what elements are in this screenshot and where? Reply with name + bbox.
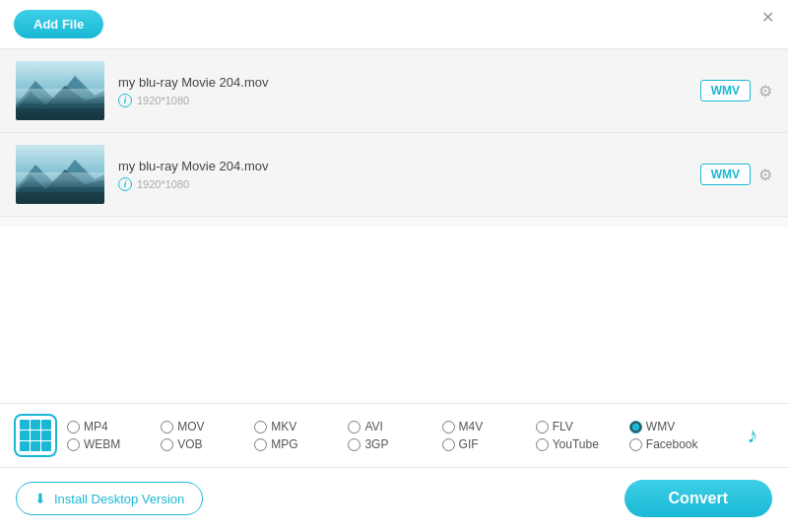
format-label-webm: WEBM xyxy=(84,437,120,451)
file-info: my blu-ray Movie 204.mov i 1920*1080 xyxy=(118,75,700,107)
add-file-button[interactable]: Add File xyxy=(14,10,103,38)
format-radio-vob[interactable] xyxy=(161,438,173,451)
format-label-youtube: YouTube xyxy=(553,437,599,451)
format-option-mov[interactable]: MOV xyxy=(161,420,252,433)
info-icon: i xyxy=(118,177,132,191)
settings-icon[interactable]: ⚙ xyxy=(758,166,772,184)
install-desktop-button[interactable]: ⬇ Install Desktop Version xyxy=(16,482,203,515)
format-badge[interactable]: WMV xyxy=(700,164,751,185)
file-list: my blu-ray Movie 204.mov i 1920*1080 WMV… xyxy=(0,49,788,227)
format-label-mpg: MPG xyxy=(271,437,297,451)
convert-button[interactable]: Convert xyxy=(624,480,772,517)
footer: ⬇ Install Desktop Version Convert xyxy=(0,468,788,529)
format-option-mkv[interactable]: MKV xyxy=(254,420,346,433)
format-radio-mp4[interactable] xyxy=(67,421,80,433)
format-label-facebook: Facebook xyxy=(646,437,698,451)
format-radio-wmv[interactable] xyxy=(629,421,642,433)
music-note-icon: ♪ xyxy=(748,423,758,448)
format-option-mp4[interactable]: MP4 xyxy=(67,420,159,433)
format-radio-webm[interactable] xyxy=(67,438,80,451)
format-label-3gp: 3GP xyxy=(364,437,388,451)
settings-icon[interactable]: ⚙ xyxy=(758,82,772,100)
format-label-mkv: MKV xyxy=(271,420,296,433)
format-radio-flv[interactable] xyxy=(536,421,549,433)
svg-rect-9 xyxy=(16,192,104,204)
table-row: my blu-ray Movie 204.mov i 1920*1080 WMV… xyxy=(0,133,788,217)
format-option-m4v[interactable]: M4V xyxy=(442,420,534,433)
table-row: my blu-ray Movie 204.mov i 1920*1080 WMV… xyxy=(0,49,788,133)
format-label-m4v: M4V xyxy=(459,420,484,433)
format-radio-mpg[interactable] xyxy=(254,438,267,451)
format-label-avi: AVI xyxy=(364,420,382,433)
format-radio-m4v[interactable] xyxy=(442,421,455,433)
file-resolution: 1920*1080 xyxy=(137,95,189,106)
format-label-gif: GIF xyxy=(459,437,479,451)
file-info: my blu-ray Movie 204.mov i 1920*1080 xyxy=(118,159,700,191)
format-option-facebook[interactable]: Facebook xyxy=(629,437,721,451)
empty-area xyxy=(0,227,788,404)
format-selector: MP4 MOV MKV AVI M4V FLV xyxy=(0,403,788,468)
main-content: my blu-ray Movie 204.mov i 1920*1080 WMV… xyxy=(0,49,788,529)
format-label-mp4: MP4 xyxy=(84,420,108,433)
format-option-wmv[interactable]: WMV xyxy=(629,420,721,433)
format-label-wmv: WMV xyxy=(646,420,675,433)
format-radio-youtube[interactable] xyxy=(536,438,549,451)
format-option-webm[interactable]: WEBM xyxy=(67,437,159,451)
format-option-flv[interactable]: FLV xyxy=(536,420,627,433)
format-option-vob[interactable]: VOB xyxy=(161,437,252,451)
file-resolution: 1920*1080 xyxy=(137,178,189,190)
audio-format-icon[interactable]: ♪ xyxy=(731,414,774,457)
format-radio-gif[interactable] xyxy=(442,438,455,451)
format-label-mov: MOV xyxy=(177,420,204,433)
header: Add File ✕ xyxy=(0,0,788,49)
format-radio-mkv[interactable] xyxy=(254,421,267,433)
svg-rect-4 xyxy=(16,108,104,120)
download-icon: ⬇ xyxy=(34,491,46,506)
format-option-avi[interactable]: AVI xyxy=(348,420,439,433)
format-label-flv: FLV xyxy=(553,420,573,433)
format-badge[interactable]: WMV xyxy=(700,80,751,101)
video-format-icon[interactable] xyxy=(14,414,57,457)
file-actions: WMV ⚙ xyxy=(700,80,772,101)
file-name: my blu-ray Movie 204.mov xyxy=(118,159,700,173)
format-option-mpg[interactable]: MPG xyxy=(254,437,346,451)
close-button[interactable]: ✕ xyxy=(761,10,774,26)
install-label: Install Desktop Version xyxy=(54,492,184,506)
svg-rect-3 xyxy=(16,89,104,103)
format-option-3gp[interactable]: 3GP xyxy=(348,437,439,451)
file-thumbnail xyxy=(16,61,104,120)
format-options: MP4 MOV MKV AVI M4V FLV xyxy=(67,420,721,451)
file-meta: i 1920*1080 xyxy=(118,177,700,191)
format-label-vob: VOB xyxy=(177,437,202,451)
format-radio-3gp[interactable] xyxy=(348,438,361,451)
file-thumbnail xyxy=(16,145,104,204)
format-option-youtube[interactable]: YouTube xyxy=(536,437,627,451)
svg-rect-8 xyxy=(16,172,104,187)
info-icon: i xyxy=(118,94,132,107)
format-radio-mov[interactable] xyxy=(161,421,173,433)
format-option-gif[interactable]: GIF xyxy=(442,437,534,451)
format-radio-facebook[interactable] xyxy=(629,438,642,451)
format-radio-avi[interactable] xyxy=(348,421,361,433)
file-name: my blu-ray Movie 204.mov xyxy=(118,75,700,90)
file-meta: i 1920*1080 xyxy=(118,94,700,107)
file-actions: WMV ⚙ xyxy=(700,164,772,185)
